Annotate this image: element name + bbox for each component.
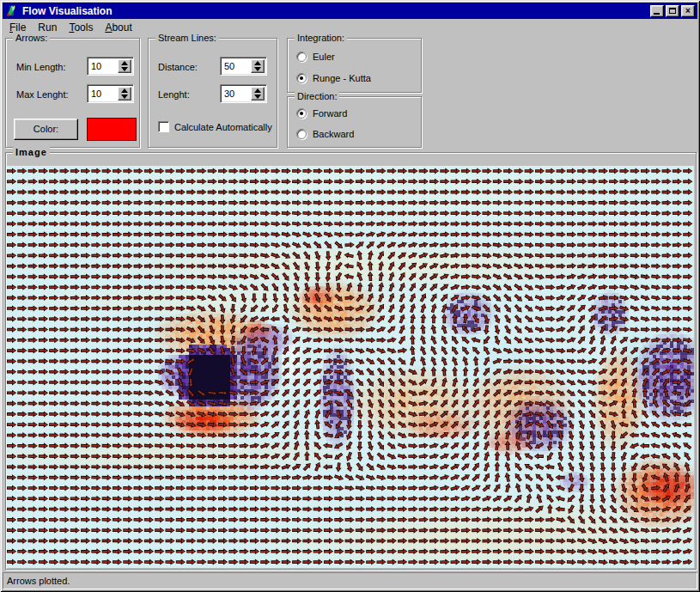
menu-item-tools[interactable]: Tools (64, 21, 100, 35)
maximize-icon (669, 8, 676, 14)
stream-lines-group: Stream Lines: Distance: 50 Lenght: 30 Ca… (148, 38, 277, 148)
window-title: Flow Visualisation (22, 5, 648, 17)
distance-spinner[interactable] (251, 59, 265, 73)
runge-kutta-radio[interactable] (296, 73, 307, 83)
max-length-spinner[interactable] (118, 87, 131, 101)
image-group-title: Image (13, 146, 50, 158)
min-length-spinner[interactable] (118, 59, 131, 73)
title-bar[interactable]: Flow Visualisation × (3, 3, 697, 19)
distance-label: Distance: (158, 62, 198, 72)
app-window: Flow Visualisation × File Run Tools Abou… (0, 0, 700, 592)
spin-down-icon[interactable] (254, 95, 261, 99)
euler-label: Euler (313, 52, 335, 62)
color-button[interactable]: Color: (14, 119, 78, 140)
flow-visualisation-image (7, 166, 694, 568)
distance-value: 50 (221, 58, 251, 75)
runge-kutta-label: Runge - Kutta (313, 73, 371, 83)
forward-radio[interactable] (296, 108, 307, 119)
max-length-spinbox[interactable]: 10 (87, 84, 134, 103)
minimize-icon (654, 13, 660, 15)
integration-group-title: Integration: (295, 32, 347, 44)
maximize-button[interactable] (666, 5, 679, 17)
arrows-group: Arrows: Min Length: 10 Max Lenght: 10 Co… (5, 38, 140, 148)
status-text: Arrows plotted. (7, 576, 70, 586)
menu-item-about[interactable]: About (100, 21, 138, 35)
min-length-value: 10 (88, 58, 118, 75)
spin-up-icon[interactable] (121, 88, 128, 93)
calculate-automatically-label: Calculate Automatically (174, 122, 272, 132)
stream-lines-group-title: Stream Lines: (155, 32, 219, 44)
close-button[interactable]: × (681, 5, 695, 17)
length-spinner[interactable] (251, 87, 265, 101)
spin-up-icon[interactable] (254, 88, 261, 93)
euler-radio[interactable] (296, 52, 307, 62)
backward-radio[interactable] (296, 129, 307, 139)
max-length-label: Max Lenght: (16, 89, 69, 100)
minimize-button[interactable] (650, 5, 664, 17)
direction-group: Direction: Forward Backward (287, 96, 422, 148)
spin-up-icon[interactable] (254, 61, 261, 65)
backward-label: Backward (313, 129, 354, 139)
menu-bar: File Run Tools About (3, 20, 697, 36)
calculate-automatically-checkbox[interactable] (158, 121, 169, 132)
app-icon (5, 4, 19, 17)
length-value: 30 (221, 85, 251, 102)
length-label: Lenght: (158, 89, 190, 100)
forward-label: Forward (313, 108, 347, 119)
spin-down-icon[interactable] (254, 67, 261, 71)
status-bar: Arrows plotted. (3, 572, 697, 589)
spin-down-icon[interactable] (121, 67, 128, 71)
max-length-value: 10 (88, 85, 118, 102)
min-length-spinbox[interactable]: 10 (87, 57, 134, 76)
spin-up-icon[interactable] (121, 61, 128, 65)
spin-down-icon[interactable] (121, 95, 128, 99)
distance-spinbox[interactable]: 50 (220, 57, 267, 76)
direction-group-title: Direction: (295, 90, 339, 102)
arrow-color-swatch (87, 118, 137, 141)
integration-group: Integration: Euler Runge - Kutta (287, 38, 422, 93)
length-spinbox[interactable]: 30 (220, 84, 267, 103)
close-icon: × (682, 5, 694, 17)
min-length-label: Min Length: (16, 62, 65, 72)
arrows-group-title: Arrows: (13, 32, 50, 44)
